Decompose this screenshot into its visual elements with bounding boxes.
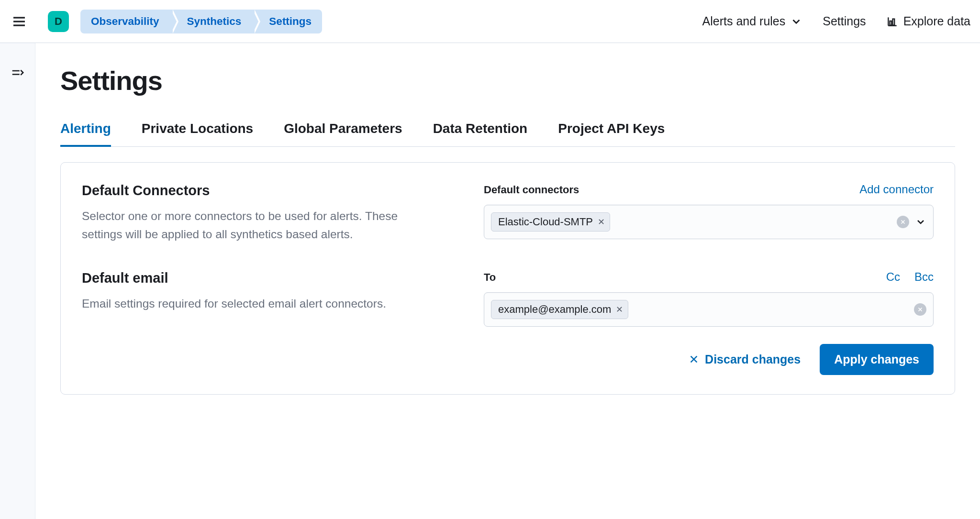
connectors-heading: Default Connectors <box>82 183 455 199</box>
close-icon <box>689 354 699 364</box>
tab-alerting[interactable]: Alerting <box>60 121 111 147</box>
connector-chip: Elastic-Cloud-SMTP ✕ <box>491 212 610 232</box>
main-content: Settings Alerting Private Locations Glob… <box>35 43 980 519</box>
email-chip-label: example@example.com <box>498 303 611 316</box>
svg-rect-5 <box>890 21 891 25</box>
chevron-down-icon <box>790 15 802 28</box>
settings-panel: Default Connectors Selector one or more … <box>60 162 955 395</box>
email-chip: example@example.com ✕ <box>491 300 628 319</box>
email-to-combobox[interactable]: example@example.com ✕ <box>484 292 934 327</box>
connectors-desc: Selector one or more connectors to be us… <box>82 207 426 243</box>
tab-private-locations[interactable]: Private Locations <box>142 121 253 146</box>
clear-email-icon[interactable] <box>914 303 926 316</box>
tab-data-retention[interactable]: Data Retention <box>433 121 528 146</box>
default-email-row: Default email Email settings required fo… <box>82 270 934 327</box>
alerts-rules-dropdown[interactable]: Alerts and rules <box>702 14 803 28</box>
connector-chip-label: Elastic-Cloud-SMTP <box>498 216 593 228</box>
breadcrumb-synthetics[interactable]: Synthetics <box>171 10 253 33</box>
side-rail <box>0 43 35 519</box>
panel-actions: Discard changes Apply changes <box>82 344 934 375</box>
connectors-dropdown-icon[interactable] <box>915 216 926 228</box>
email-to-label: To <box>484 271 496 284</box>
clear-connectors-icon[interactable] <box>897 216 909 228</box>
apply-changes-button[interactable]: Apply changes <box>820 344 934 375</box>
alerts-rules-label: Alerts and rules <box>702 14 786 28</box>
email-heading: Default email <box>82 270 455 286</box>
expand-rail-icon[interactable] <box>11 66 25 82</box>
explore-data-link[interactable]: Explore data <box>886 14 970 28</box>
breadcrumb-observability[interactable]: Observability <box>80 10 171 33</box>
topbar-actions: Alerts and rules Settings Explore data <box>702 14 970 28</box>
email-bcc-link[interactable]: Bcc <box>914 270 934 284</box>
discard-changes-button[interactable]: Discard changes <box>689 353 801 366</box>
explore-data-label: Explore data <box>903 14 970 28</box>
bar-chart-icon <box>886 15 899 28</box>
default-connectors-row: Default Connectors Selector one or more … <box>82 183 934 243</box>
svg-rect-6 <box>892 19 894 25</box>
settings-link-label: Settings <box>823 14 866 28</box>
discard-changes-label: Discard changes <box>705 353 801 366</box>
add-connector-link[interactable]: Add connector <box>859 183 934 196</box>
tabs: Alerting Private Locations Global Parame… <box>60 121 955 147</box>
breadcrumb: Observability Synthetics Settings <box>80 10 322 33</box>
email-cc-link[interactable]: Cc <box>886 270 900 284</box>
topbar: D Observability Synthetics Settings Aler… <box>0 0 980 43</box>
remove-connector-chip-icon[interactable]: ✕ <box>598 217 605 227</box>
settings-link[interactable]: Settings <box>823 14 866 28</box>
remove-email-chip-icon[interactable]: ✕ <box>616 304 623 315</box>
email-desc: Email settings required for selected ema… <box>82 295 426 313</box>
tab-global-parameters[interactable]: Global Parameters <box>284 121 402 146</box>
connectors-field-label: Default connectors <box>484 184 579 196</box>
tab-project-api-keys[interactable]: Project API Keys <box>558 121 665 146</box>
breadcrumb-settings[interactable]: Settings <box>253 10 322 33</box>
menu-icon[interactable] <box>6 8 33 35</box>
space-avatar[interactable]: D <box>48 11 69 32</box>
page-title: Settings <box>60 65 955 96</box>
connectors-combobox[interactable]: Elastic-Cloud-SMTP ✕ <box>484 205 934 239</box>
